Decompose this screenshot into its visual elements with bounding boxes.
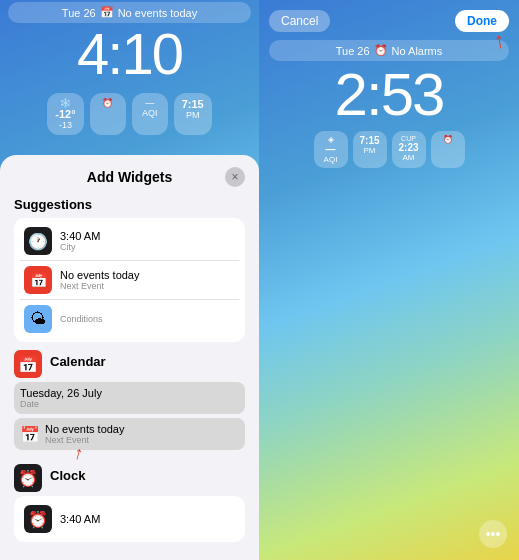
clock-items-box: ⏰ 3:40 AM [14,496,245,542]
calendar-section-label: Calendar [50,354,106,369]
left-event-text: No events today [118,7,198,19]
right-status-bar: Tue 26 ⏰ No Alarms [269,40,509,61]
clock-section: ⏰ Clock ⏰ 3:40 AM [14,464,245,542]
calendar-item-text: No events today Next Event [45,423,125,445]
right-alarm-icon: ⏰ [374,44,388,57]
calendar-item-events[interactable]: 📅 No events today Next Event [14,418,245,450]
right-lock-screen: Cancel Done ↑ Tue 26 ⏰ No Alarms 2:53 ◈ … [259,0,519,560]
calendar-category-row: 📅 Calendar [14,350,245,378]
cancel-button[interactable]: Cancel [269,10,330,32]
calendar-section-icon: 📅 [14,350,42,378]
suggestion-calendar-text: No events today Next Event [60,269,140,291]
right-widget-time: 7:15 PM [353,131,387,168]
suggestion-calendar-icon: 📅 [24,266,52,294]
add-widgets-sheet: Add Widgets × Suggestions 🕐 3:40 AM City… [0,155,259,560]
right-time: 2:53 [259,65,519,125]
suggestions-label: Suggestions [14,197,245,212]
left-panel: Tue 26 📅 No events today 4:10 ❄️ -12° -1… [0,0,259,560]
clock-item[interactable]: ⏰ 3:40 AM [20,500,239,538]
right-widgets-row: ◈ — AQI 7:15 PM CUP 2:23 AM ⏰ [259,131,519,168]
clock-item-icon: ⏰ [24,505,52,533]
left-calendar-icon: 📅 [100,6,114,19]
suggestion-weather[interactable]: 🌤 Conditions [20,300,239,338]
left-widgets-row: ❄️ -12° -13 ⏰ — AQI 7:15 PM [0,93,259,135]
right-panel: Cancel Done ↑ Tue 26 ⏰ No Alarms 2:53 ◈ … [259,0,519,560]
calendar-item-events-wrapper: 📅 No events today Next Event ↑ [14,418,245,450]
suggestion-clock-icon: 🕐 [24,227,52,255]
left-time: 4:10 [0,25,259,83]
clock-category-row: ⏰ Clock [14,464,245,492]
more-button[interactable]: ••• [479,520,507,548]
suggestion-weather-icon: 🌤 [24,305,52,333]
left-widget-weather: ❄️ -12° -13 [47,93,83,135]
calendar-item-icon: 📅 [20,425,40,444]
sheet-close-button[interactable]: × [225,167,245,187]
right-date: Tue 26 [336,45,370,57]
left-widget-clock: ⏰ [90,93,126,135]
left-status-bar: Tue 26 📅 No events today [8,2,251,23]
left-widget-time2: 7:15 PM [174,93,212,135]
calendar-item-date[interactable]: Tuesday, 26 July Date [14,382,245,414]
suggestion-clock[interactable]: 🕐 3:40 AM City [20,222,239,261]
calendar-item-events-inner: 📅 No events today Next Event [20,423,239,445]
right-widget-alarm: ⏰ [431,131,465,168]
left-date: Tue 26 [62,7,96,19]
sheet-header: Add Widgets × [14,167,245,187]
suggestion-clock-text: 3:40 AM City [60,230,100,252]
sheet-title: Add Widgets [34,169,225,185]
right-widget-aqi: ◈ — AQI [314,131,348,168]
suggestion-weather-text: Conditions [60,314,103,324]
right-top-bar: Cancel Done [259,0,519,38]
right-widget-cup: CUP 2:23 AM [392,131,426,168]
clock-section-icon: ⏰ [14,464,42,492]
right-event-text: No Alarms [392,45,443,57]
left-widget-aqi: — AQI [132,93,168,135]
clock-section-label: Clock [50,468,85,483]
clock-item-text: 3:40 AM [60,513,100,525]
suggestion-calendar[interactable]: 📅 No events today Next Event [20,261,239,300]
suggestions-box: 🕐 3:40 AM City 📅 No events today Next Ev… [14,218,245,342]
more-icon: ••• [486,526,501,542]
calendar-section: 📅 Calendar Tuesday, 26 July Date 📅 No ev… [14,350,245,450]
